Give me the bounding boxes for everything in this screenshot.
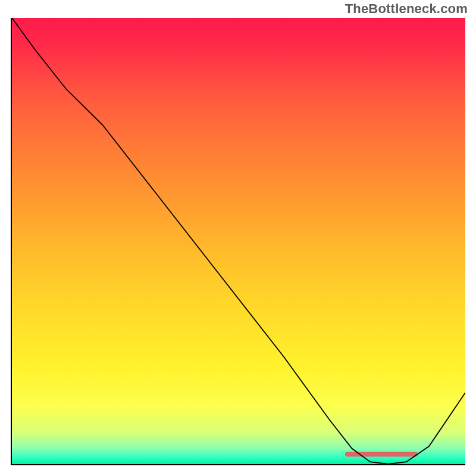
- plot-area: [12, 18, 465, 464]
- plot-frame: [11, 18, 465, 465]
- watermark-text: TheBottleneck.com: [345, 1, 468, 17]
- chart-root: TheBottleneck.com: [0, 0, 476, 476]
- curve-layer: [12, 18, 465, 464]
- bottleneck-curve: [12, 18, 465, 464]
